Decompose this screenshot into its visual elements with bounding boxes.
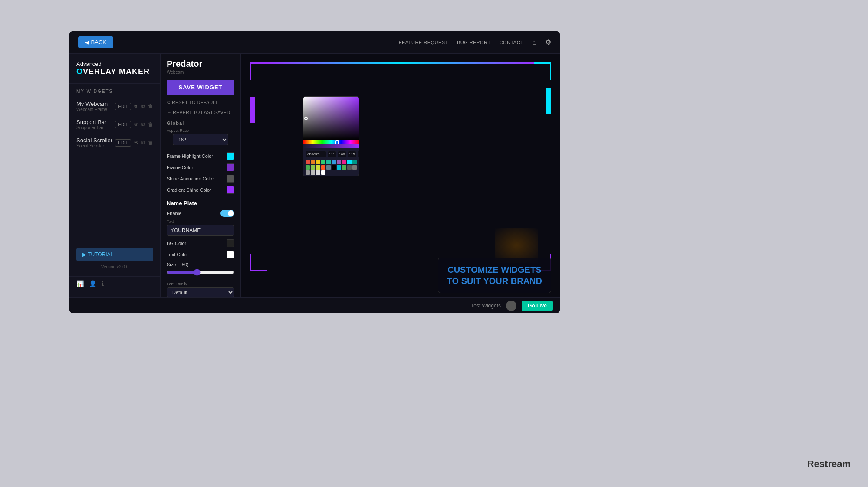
- font-family-label: Font Family: [161, 281, 240, 287]
- edit-button-2[interactable]: EDIT: [115, 139, 131, 147]
- font-family-select[interactable]: Default: [167, 287, 234, 297]
- size-slider[interactable]: [167, 269, 234, 276]
- revert-to-last-saved-button[interactable]: ← REVERT TO LAST SAVED: [161, 108, 240, 116]
- shine-animation-color-label: Shine Animation Color: [167, 176, 214, 181]
- frame-corner-tl: [250, 62, 267, 80]
- frame-highlight-color-swatch[interactable]: [227, 152, 234, 160]
- enable-label: Enable: [167, 211, 181, 216]
- frame-preview: [250, 62, 551, 271]
- logo-o: O: [76, 67, 83, 76]
- my-widgets-label: MY WIDGETS: [69, 89, 160, 97]
- customize-text-line2: TO SUIT YOUR BRAND: [447, 275, 542, 287]
- shine-animation-color-swatch[interactable]: [227, 175, 234, 183]
- logo-maker-text: MAKER: [119, 67, 150, 76]
- customize-text-line1: CUSTOMIZE WIDGETS: [447, 264, 542, 275]
- tutorial-button[interactable]: ▶ TUTORIAL: [76, 248, 153, 261]
- sidebar-item-social-scroller[interactable]: Social Scroller Social Scroller EDIT 👁 ⧉…: [69, 134, 160, 152]
- visibility-icon-0[interactable]: 👁: [134, 103, 139, 109]
- nameplate-section: Name Plate Enable Text BG Color Text Col…: [161, 196, 240, 297]
- person-icon[interactable]: 👤: [89, 280, 96, 287]
- visibility-icon-2[interactable]: 👁: [134, 140, 139, 146]
- logo-area: Advanced OVERLAY MAKER: [69, 61, 160, 84]
- sidebar-item-support-bar[interactable]: Support Bar Supporter Bar EDIT 👁 ⧉ 🗑: [69, 115, 160, 134]
- enable-toggle[interactable]: [220, 210, 234, 217]
- bottom-bar: Test Widgets Go Live: [69, 297, 560, 313]
- sidebar-bottom: ▶ TUTORIAL Version v2.0.0: [69, 241, 160, 276]
- sidebar-footer-icons: 📊 👤 ℹ: [69, 276, 160, 291]
- logo-overlay-text: VERLAY: [83, 67, 116, 76]
- edit-button-1[interactable]: EDIT: [115, 121, 131, 128]
- frame-top-line: [267, 62, 534, 64]
- frame-color-row: Frame Color: [161, 162, 240, 173]
- text-color-swatch[interactable]: [227, 251, 234, 258]
- gradient-shine-color-swatch[interactable]: [227, 186, 234, 194]
- widget-sub-2: Social Scroller: [76, 144, 112, 148]
- visibility-icon-1[interactable]: 👁: [134, 121, 139, 127]
- frame-highlight-color-label: Frame Highlight Color: [167, 154, 213, 159]
- size-label: Size - (50): [161, 260, 240, 268]
- frame-side-accent-right: [546, 88, 551, 114]
- widget-sub-1: Supporter Bar: [76, 125, 106, 130]
- bug-report-link[interactable]: BUG REPORT: [457, 40, 491, 45]
- bg-color-row: BG Color: [161, 238, 240, 249]
- copy-icon-2[interactable]: ⧉: [141, 140, 145, 146]
- sidebar-item-my-webcam[interactable]: My Webcam Webcam Frame EDIT 👁 ⧉ 🗑: [69, 97, 160, 115]
- text-color-row: Text Color: [161, 249, 240, 260]
- back-button[interactable]: ◀ BACK: [78, 36, 113, 48]
- reset-to-default-button[interactable]: ↻ RESET TO DEFAULT: [161, 98, 240, 107]
- aspect-ratio-select[interactable]: 16:9 4:3 1:1: [173, 134, 228, 145]
- frame-highlight-color-row: Frame Highlight Color: [161, 150, 240, 162]
- home-icon[interactable]: ⌂: [532, 39, 536, 46]
- shine-animation-color-row: Shine Animation Color: [161, 173, 240, 184]
- widget-title: Predator: [161, 59, 240, 70]
- version-label: Version v2.0.0: [76, 265, 153, 269]
- copy-icon-1[interactable]: ⧉: [141, 121, 145, 127]
- size-slider-container: [161, 268, 240, 281]
- gradient-shine-color-row: Gradient Shine Color: [161, 184, 240, 196]
- test-widgets-label: Test Widgets: [471, 303, 501, 309]
- logo-overlay: OVERLAY MAKER: [76, 67, 153, 76]
- settings-panel: Predator Webcam SAVE WIDGET ↻ RESET TO D…: [161, 54, 241, 297]
- preview-area: CUSTOMIZE WIDGETS TO SUIT YOUR BRAND: [241, 54, 560, 297]
- main-container: ◀ BACK FEATURE REQUEST BUG REPORT CONTAC…: [69, 31, 560, 313]
- top-nav-links: FEATURE REQUEST BUG REPORT CONTACT ⌂ ⚙: [399, 38, 551, 46]
- text-color-label: Text Color: [167, 252, 188, 257]
- nameplate-text-input[interactable]: [167, 225, 234, 236]
- frame-corner-bl: [250, 254, 267, 271]
- chart-icon[interactable]: 📊: [76, 280, 84, 287]
- contact-link[interactable]: CONTACT: [499, 40, 523, 45]
- enable-toggle-row: Enable: [161, 208, 240, 219]
- logo-advanced: Advanced: [76, 61, 153, 67]
- delete-icon-0[interactable]: 🗑: [148, 103, 153, 109]
- frame-color-label: Frame Color: [167, 165, 193, 170]
- top-bar: ◀ BACK FEATURE REQUEST BUG REPORT CONTAC…: [69, 31, 560, 54]
- feature-request-link[interactable]: FEATURE REQUEST: [399, 40, 448, 45]
- aspect-ratio-container: Aspect Ratio 16:9 4:3 1:1: [161, 128, 240, 150]
- edit-button-0[interactable]: EDIT: [115, 103, 131, 110]
- go-live-button[interactable]: Go Live: [522, 301, 553, 311]
- widget-name-1: Support Bar: [76, 119, 106, 125]
- widget-name-0: My Webcam: [76, 101, 108, 107]
- restream-badge: Restream: [807, 458, 851, 470]
- text-input-label: Text: [161, 219, 240, 225]
- sidebar: Advanced OVERLAY MAKER MY WIDGETS My Web…: [69, 54, 161, 297]
- save-widget-button[interactable]: SAVE WIDGET: [167, 80, 234, 95]
- aspect-ratio-label: Aspect Ratio: [167, 128, 234, 133]
- global-section-label: Global: [161, 116, 240, 128]
- info-icon[interactable]: ℹ: [102, 280, 104, 287]
- widget-name-2: Social Scroller: [76, 137, 112, 144]
- delete-icon-2[interactable]: 🗑: [148, 140, 153, 146]
- nameplate-label: Name Plate: [161, 197, 240, 208]
- frame-color-swatch[interactable]: [227, 163, 234, 171]
- body-split: Advanced OVERLAY MAKER MY WIDGETS My Web…: [69, 54, 560, 297]
- user-avatar: [506, 301, 516, 311]
- copy-icon-0[interactable]: ⧉: [141, 103, 145, 109]
- delete-icon-1[interactable]: 🗑: [148, 121, 153, 127]
- gradient-shine-color-label: Gradient Shine Color: [167, 187, 211, 193]
- widget-type: Webcam: [161, 70, 240, 80]
- settings-icon[interactable]: ⚙: [545, 38, 551, 46]
- frame-side-accent-left: [250, 97, 255, 123]
- customize-banner: CUSTOMIZE WIDGETS TO SUIT YOUR BRAND: [438, 258, 551, 293]
- bg-color-swatch[interactable]: [227, 239, 234, 247]
- widget-sub-0: Webcam Frame: [76, 107, 108, 112]
